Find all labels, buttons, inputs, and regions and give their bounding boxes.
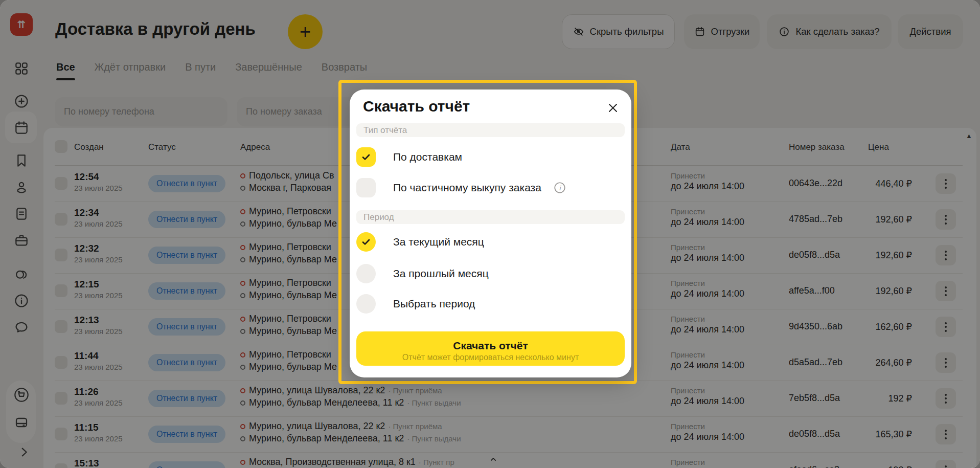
option-label: По частичному выкупу заказа (393, 178, 541, 197)
option-label: За текущий месяц (393, 232, 484, 252)
checkbox-checked[interactable] (356, 147, 376, 167)
radio-unchecked[interactable] (356, 294, 376, 314)
report-type-section-label: Тип отчёта (356, 123, 625, 137)
modal-title: Скачать отчёт (363, 98, 470, 115)
option-label: За прошлый месяц (393, 264, 489, 283)
option-by-deliveries[interactable]: По доставкам (356, 147, 625, 167)
option-partial-buyout[interactable]: По частичному выкупу заказа i (356, 178, 625, 197)
download-report-label: Скачать отчёт (356, 340, 625, 352)
radio-unchecked[interactable] (356, 264, 376, 283)
check-icon (360, 236, 372, 248)
period-section-label: Период (356, 210, 625, 224)
download-report-modal: Скачать отчёт Тип отчёта По доставкам По… (350, 90, 631, 377)
close-icon[interactable] (607, 102, 619, 114)
radio-checked[interactable] (356, 232, 376, 252)
app-window: ⇈ Доставка в другой день + Скрыть фильтр… (0, 0, 980, 468)
option-label: По доставкам (393, 147, 462, 167)
download-report-button[interactable]: Скачать отчёт Отчёт может формироваться … (356, 331, 625, 366)
option-previous-month[interactable]: За прошлый месяц (356, 264, 625, 283)
svg-text:i: i (559, 184, 561, 192)
option-current-month[interactable]: За текущий месяц (356, 232, 625, 252)
download-report-hint: Отчёт может формироваться несколько мину… (356, 353, 625, 362)
info-circle-icon[interactable]: i (553, 181, 566, 194)
check-icon (360, 151, 372, 163)
option-custom-period[interactable]: Выбрать период (356, 294, 625, 314)
option-label: Выбрать период (393, 294, 475, 314)
checkbox-unchecked[interactable] (356, 178, 376, 197)
